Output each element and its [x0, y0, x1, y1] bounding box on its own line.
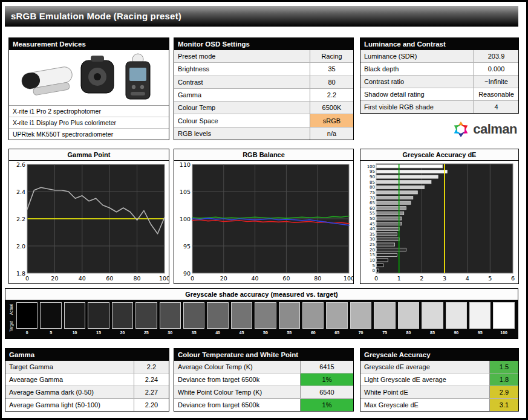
panel-header-gamma: Gamma: [5, 349, 169, 361]
table-row: White Point Colour Temp (K)6540: [174, 386, 353, 398]
table-row: Gamma2.2: [174, 88, 353, 101]
svg-text:2.2: 2.2: [16, 216, 25, 222]
svg-text:20: 20: [51, 275, 58, 282]
svg-text:2: 2: [420, 275, 423, 282]
strip-row-label-actual: Actual: [7, 302, 15, 317]
greyscale-patch: [326, 302, 347, 329]
table-row: Average Gamma dark (0-50)2.27: [5, 386, 169, 398]
chart-greyscale-de: Greyscale Accuracy dE 012345605101520253…: [360, 149, 519, 284]
patch-label: 30: [160, 329, 181, 337]
svg-text:100: 100: [367, 164, 375, 169]
panel-colour-temp: Colour Temperature and White Point Avera…: [174, 348, 354, 412]
svg-text:2.4: 2.4: [16, 189, 25, 195]
greyscale-patch: [398, 302, 419, 329]
panel-header-colour-temp: Colour Temperature and White Point: [174, 349, 353, 361]
greyscale-patch-cell: 15: [88, 302, 109, 338]
patch-label: 75: [374, 329, 395, 337]
svg-text:20: 20: [220, 275, 227, 282]
svg-text:55: 55: [370, 211, 375, 216]
svg-text:110: 110: [180, 161, 191, 168]
row-value: 3.1: [489, 399, 518, 411]
row-value: 2.27: [134, 386, 169, 398]
row-value: Racing: [310, 50, 353, 62]
svg-text:2.6: 2.6: [16, 161, 25, 168]
greyscale-patch: [183, 302, 204, 329]
greyscale-patch: [279, 302, 300, 329]
row-label: Black depth: [360, 63, 474, 75]
device-item: UPRtek MK550T spectroradiometer: [9, 128, 169, 140]
patch-label: 10: [64, 329, 85, 337]
row-label: Average Colour Temp (K): [174, 361, 300, 373]
greyscale-patch: [207, 302, 228, 329]
svg-text:90: 90: [370, 175, 375, 179]
greyscale-patch-cell: 75: [374, 302, 395, 338]
devices-photo: [9, 50, 169, 106]
svg-text:45: 45: [370, 222, 375, 227]
greyscale-accuracy-table: Greyscale dE average1.5Light Greyscale d…: [360, 361, 518, 411]
row-value: 4: [474, 101, 518, 113]
patch-label: 100: [493, 329, 514, 337]
greyscale-patch: [112, 302, 133, 329]
chart-title-gamma-point: Gamma Point: [9, 149, 169, 161]
svg-text:40: 40: [252, 275, 259, 282]
greyscale-patch-cell: 80: [398, 302, 419, 338]
row-value: Reasonable: [474, 88, 518, 100]
svg-text:6: 6: [511, 275, 515, 282]
greyscale-patch-cell: 40: [207, 302, 228, 338]
row-label: Colour Space: [174, 114, 310, 126]
row-value: 6540: [300, 386, 353, 398]
row-value: 2.9: [489, 386, 518, 398]
greyscale-strip-body: Actual Target 05101520253035404550556065…: [5, 300, 518, 338]
row-label: Deviance from target 6500k: [174, 399, 300, 411]
greyscale-patch-cell: 5: [40, 302, 61, 338]
panel-header-greyscale-accuracy: Greyscale Accuracy: [360, 349, 518, 361]
greyscale-strip-title: Greyscale shade accuracy (measured vs. t…: [5, 289, 518, 300]
patch-label: 50: [255, 329, 276, 337]
greyscale-patch: [469, 302, 491, 329]
row-label: Luminance (SDR): [360, 50, 474, 62]
row-label: Average Gamma light (50-100): [5, 399, 134, 411]
greyscale-patch: [493, 302, 514, 329]
patch-label: 40: [207, 329, 228, 337]
svg-text:40: 40: [370, 227, 375, 231]
greyscale-patch: [135, 302, 157, 329]
row-label: First visible RGB shade: [360, 101, 474, 113]
table-row: Average Gamma light (50-100)2.20: [5, 398, 169, 411]
svg-text:100: 100: [180, 216, 191, 222]
row-value: 2.20: [134, 399, 169, 411]
svg-text:1: 1: [397, 275, 401, 282]
panel-header-measurement-devices: Measurement Devices: [9, 38, 169, 50]
row-value: 0.000: [474, 63, 518, 75]
row-label: Preset mode: [174, 50, 310, 62]
svg-text:70: 70: [370, 196, 375, 201]
svg-text:95: 95: [370, 169, 375, 174]
greyscale-patch: [160, 302, 181, 329]
greyscale-patch-cell: 50: [255, 302, 276, 338]
panel-header-monitor-osd: Monitor OSD Settings: [174, 38, 353, 50]
calman-logo: calman: [399, 117, 518, 141]
chart-title-greyscale-de: Greyscale Accuracy dE: [360, 149, 518, 161]
greyscale-patch-cell: 65: [326, 302, 347, 338]
row-value: 6500K: [310, 102, 353, 114]
svg-text:0: 0: [373, 268, 375, 273]
row-value: 6415: [300, 361, 353, 373]
row-label: Average Gamma dark (0-50): [5, 386, 134, 398]
greyscale-patch: [231, 302, 252, 329]
table-row: Black depth0.000: [360, 62, 518, 75]
greyscale-patch-cell: 100: [493, 302, 514, 338]
table-row: White Point dE2.9: [360, 386, 518, 398]
page-title: sRGB Emulation Mode (Racing preset): [5, 6, 518, 27]
row-label: Target Gamma: [5, 361, 134, 373]
row-value: ~Infinite: [474, 76, 518, 88]
patch-label: 60: [302, 329, 324, 337]
row-value: 2.2: [134, 361, 169, 373]
row-label: Light Greyscale dE average: [360, 373, 489, 386]
row-value: 1.5: [489, 361, 518, 373]
greyscale-patch: [40, 302, 61, 329]
greyscale-patch-cell: 10: [64, 302, 85, 338]
greyscale-strip: Greyscale shade accuracy (measured vs. t…: [5, 288, 518, 339]
table-row: Greyscale dE average1.5: [360, 361, 518, 373]
patch-label: 20: [112, 329, 133, 337]
table-row: RGB levelsn/a: [174, 127, 353, 140]
table-row: Shadow detail ratingReasonable: [360, 88, 518, 100]
